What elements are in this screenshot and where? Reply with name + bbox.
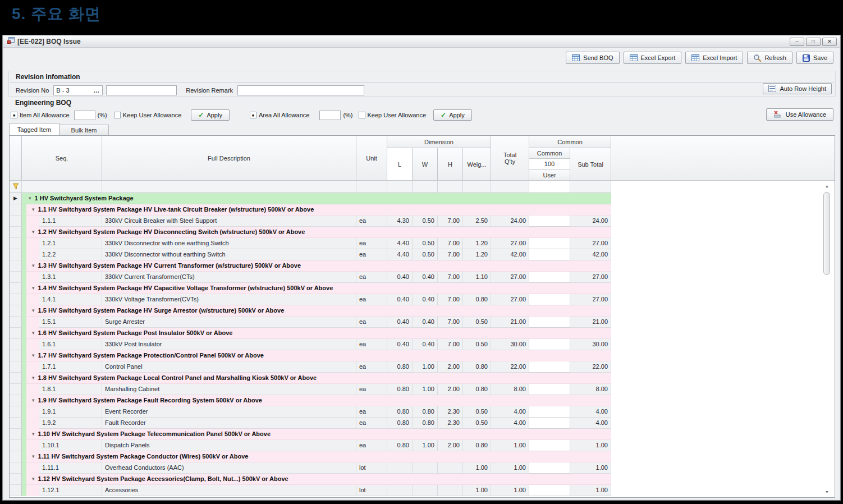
- total-qty-cell[interactable]: 4.00: [491, 406, 529, 418]
- seq-cell[interactable]: 1.8.1: [39, 384, 102, 395]
- group-level2-band[interactable]: ▾1.12 HV Switchyard System Package Acces…: [26, 474, 611, 485]
- close-button[interactable]: ✕: [822, 38, 837, 46]
- dim-l-cell[interactable]: 0.40: [387, 294, 413, 305]
- collapse-arrow-icon[interactable]: ▾: [32, 227, 35, 237]
- dim-w-cell[interactable]: 0.80: [413, 418, 438, 429]
- dim-l-cell[interactable]: 0.80: [387, 440, 413, 451]
- minimize-button[interactable]: –: [790, 38, 804, 46]
- row-indicator-cell[interactable]: [10, 429, 22, 440]
- group-level2-band[interactable]: ▾1.1 HV Switchyard System Package HV Liv…: [26, 204, 611, 216]
- sub-total-cell[interactable]: 21.00: [570, 317, 611, 328]
- dim-h-cell[interactable]: [438, 462, 463, 474]
- dim-weight-cell[interactable]: 1.00: [463, 462, 491, 474]
- grid-item-row[interactable]: 1.6.1330kV Post Insulatorea0.400.407.000…: [10, 339, 835, 350]
- header-h[interactable]: H: [438, 148, 463, 181]
- description-cell[interactable]: Control Panel: [102, 361, 356, 373]
- description-cell[interactable]: 330kV Voltage Transformer(CVTs): [102, 294, 356, 305]
- description-cell[interactable]: Dispatch Panels: [102, 440, 356, 451]
- header-l[interactable]: L: [387, 148, 413, 181]
- unit-cell[interactable]: lot: [356, 462, 387, 474]
- common-user-cell[interactable]: [529, 384, 570, 395]
- grid-group-row[interactable]: ▾1.7 HV Switchyard System Package Protec…: [10, 350, 835, 361]
- collapse-arrow-icon[interactable]: ▾: [32, 451, 35, 462]
- seq-cell[interactable]: 1.1.1: [39, 216, 102, 227]
- description-cell[interactable]: 330kV Circuit Breaker with Steel Support: [102, 216, 356, 227]
- collapse-arrow-icon[interactable]: ▾: [32, 395, 35, 406]
- item-all-allowance-checkbox[interactable]: ■: [11, 112, 17, 118]
- grid-item-row[interactable]: 1.5.1Surge Arresterea0.400.407.000.5021.…: [10, 317, 835, 328]
- sub-total-cell[interactable]: 4.00: [570, 406, 611, 418]
- sub-total-cell[interactable]: 22.00: [570, 361, 611, 373]
- header-dimension-group[interactable]: Dimension: [387, 136, 491, 148]
- auto-row-height-button[interactable]: Auto Row Height: [763, 83, 832, 94]
- row-indicator-cell[interactable]: [10, 216, 22, 227]
- description-cell[interactable]: Overhead Conductors (AAC): [102, 462, 356, 474]
- grid-item-row[interactable]: 1.2.2330kV Disconnector without earthing…: [10, 249, 835, 260]
- row-indicator-cell[interactable]: [10, 485, 22, 496]
- header-w[interactable]: W: [413, 148, 438, 181]
- grid-group-row[interactable]: ▾1.6 HV Switchyard System Package Post I…: [10, 328, 835, 339]
- collapse-arrow-icon[interactable]: ▾: [32, 283, 35, 294]
- common-user-cell[interactable]: [529, 238, 570, 249]
- sub-total-cell[interactable]: 1.00: [570, 485, 611, 496]
- description-cell[interactable]: 330kV Disconnector without earthing Swit…: [102, 249, 356, 260]
- row-indicator-cell[interactable]: [10, 373, 22, 384]
- unit-cell[interactable]: ea: [356, 440, 387, 451]
- dim-h-cell[interactable]: 2.30: [438, 418, 463, 429]
- common-user-cell[interactable]: [529, 361, 570, 373]
- row-indicator-cell[interactable]: [10, 272, 22, 283]
- header-common-group[interactable]: Common: [529, 136, 611, 148]
- unit-cell[interactable]: ea: [356, 294, 387, 305]
- sub-total-cell[interactable]: 27.00: [570, 272, 611, 283]
- row-indicator-cell[interactable]: [10, 350, 22, 361]
- revision-no-extra-input[interactable]: [106, 85, 177, 95]
- row-indicator-cell[interactable]: [10, 440, 22, 451]
- grid-group-row[interactable]: ▾1.1 HV Switchyard System Package HV Liv…: [10, 204, 835, 216]
- dim-w-cell[interactable]: 1.00: [413, 384, 438, 395]
- row-indicator-cell[interactable]: [10, 249, 22, 260]
- sub-total-cell[interactable]: 4.00: [570, 418, 611, 429]
- header-common-100[interactable]: 100: [529, 159, 570, 169]
- keep-user-allowance-checkbox[interactable]: [114, 112, 121, 118]
- dim-l-cell[interactable]: 0.80: [387, 384, 413, 395]
- dim-weight-cell[interactable]: 0.50: [463, 317, 491, 328]
- filter-unit-cell[interactable]: [356, 181, 387, 193]
- group-level2-band[interactable]: ▾1.9 HV Switchyard System Package Fault …: [26, 395, 611, 406]
- grid-group-row[interactable]: ▾1.2 HV Switchyard System Package HV Dis…: [10, 227, 835, 238]
- dim-w-cell[interactable]: [413, 462, 438, 474]
- dim-weight-cell[interactable]: 2.50: [463, 216, 491, 227]
- scroll-down-icon[interactable]: ▼: [822, 488, 832, 496]
- dim-weight-cell[interactable]: 1.20: [463, 249, 491, 260]
- seq-cell[interactable]: 1.2.2: [39, 249, 102, 260]
- seq-cell[interactable]: 1.5.1: [39, 317, 102, 328]
- header-common-sub[interactable]: Common: [529, 148, 570, 159]
- sub-total-cell[interactable]: 27.00: [570, 294, 611, 305]
- area-all-allowance-checkbox[interactable]: ■: [250, 112, 256, 118]
- row-indicator-cell[interactable]: [10, 238, 22, 249]
- unit-cell[interactable]: ea: [356, 361, 387, 373]
- description-cell[interactable]: 330kV Post Insulator: [102, 339, 356, 350]
- total-qty-cell[interactable]: 1.00: [491, 485, 529, 496]
- row-indicator-cell[interactable]: [10, 451, 22, 462]
- dim-h-cell[interactable]: 7.00: [438, 317, 463, 328]
- dim-h-cell[interactable]: 2.00: [438, 361, 463, 373]
- row-indicator-cell[interactable]: [10, 406, 22, 418]
- row-indicator-cell[interactable]: [10, 418, 22, 429]
- row-indicator-cell[interactable]: [10, 204, 22, 216]
- dim-weight-cell[interactable]: 0.80: [463, 294, 491, 305]
- sub-total-cell[interactable]: 8.00: [570, 384, 611, 395]
- group-level1-band[interactable]: ▾1 HV Switchyard System Package: [22, 193, 611, 204]
- maximize-button[interactable]: □: [806, 38, 821, 46]
- description-cell[interactable]: 330kV Disconnector with one earthing Swi…: [102, 238, 356, 249]
- group-level2-band[interactable]: ▾1.4 HV Switchyard System Package HV Cap…: [26, 283, 611, 294]
- dim-weight-cell[interactable]: 0.80: [463, 440, 491, 451]
- filter-subtotal-cell[interactable]: [570, 181, 611, 193]
- common-user-cell[interactable]: [529, 485, 570, 496]
- sub-total-cell[interactable]: 1.00: [570, 440, 611, 451]
- sub-total-cell[interactable]: 1.00: [570, 462, 611, 474]
- seq-cell[interactable]: 1.3.1: [39, 272, 102, 283]
- collapse-arrow-icon[interactable]: ▾: [32, 429, 35, 439]
- dim-h-cell[interactable]: 7.00: [438, 216, 463, 227]
- dim-l-cell[interactable]: [387, 462, 413, 474]
- total-qty-cell[interactable]: 27.00: [491, 238, 529, 249]
